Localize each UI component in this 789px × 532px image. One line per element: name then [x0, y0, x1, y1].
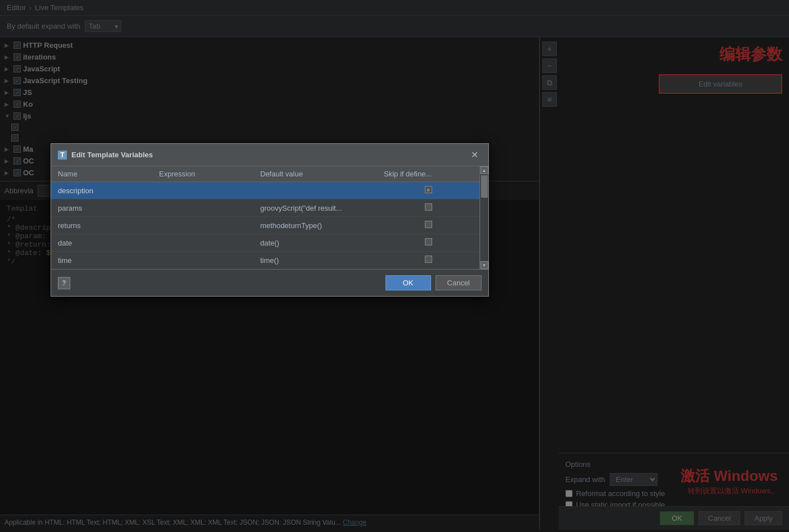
tree-arrow: ▶ [4, 66, 11, 72]
tree-item-ljs[interactable]: ▼ ✓ ljs [0, 110, 539, 122]
expand-with-label: Expand with [565, 475, 605, 484]
right-icons: + − ⧉ ≡ [539, 37, 559, 530]
tree-arrow: ▶ [4, 170, 11, 176]
tree-item-http-request[interactable]: ▶ ✓ HTTP Request [0, 39, 539, 51]
row-default: groovyScript("def result... [253, 199, 377, 217]
modal-help-button[interactable]: ? [58, 277, 70, 289]
modal-title-text: Edit Template Variables [71, 151, 153, 159]
modal-table-wrapper: Name Expression Default value Skip if de… [51, 166, 488, 269]
breadcrumb-part1: Editor [7, 3, 26, 12]
modal-ok-button[interactable]: OK [386, 275, 431, 290]
tree-item-javascript-testing[interactable]: ▶ ✓ JavaScript Testing [0, 75, 539, 87]
reformat-checkbox[interactable] [565, 490, 573, 497]
row-skip[interactable] [377, 252, 479, 269]
modal-table: Name Expression Default value Skip if de… [51, 166, 479, 269]
expand-dropdown-wrapper[interactable]: Tab Enter Space ▼ [85, 20, 121, 32]
tree-item-iterations[interactable]: ▶ ✓ iterations [0, 51, 539, 63]
skip-checkbox-params[interactable] [425, 203, 432, 211]
tree-checkbox[interactable]: ✓ [13, 157, 21, 165]
edit-variables-button[interactable]: Edit variables [659, 74, 782, 94]
skip-checkbox-description[interactable] [425, 186, 432, 193]
tree-checkbox[interactable]: ✓ [13, 112, 21, 120]
tree-checkbox[interactable]: ✓ [13, 42, 21, 49]
expression-input[interactable] [159, 187, 247, 195]
tree-arrow: ▶ [4, 42, 11, 48]
applicable-change-link[interactable]: Change [343, 519, 366, 526]
windows-watermark-line2: 转到设置以激活 Windows。 [681, 486, 778, 496]
breadcrumb-part2: Live Templates [35, 3, 83, 12]
modal-footer: ? OK Cancel [51, 269, 488, 296]
windows-watermark-line1: 激活 Windows [681, 466, 778, 486]
tree-arrow: ▶ [4, 78, 11, 84]
tree-checkbox[interactable]: ✓ [13, 65, 21, 72]
scroll-thumb[interactable] [481, 175, 488, 198]
modal-title-bar: T Edit Template Variables ✕ [51, 144, 488, 166]
abbreviation-label: Abbrevia [4, 187, 33, 195]
tree-label: iterations [23, 53, 56, 61]
tree-checkbox[interactable]: ✓ [13, 53, 21, 61]
apply-button[interactable]: Apply [745, 511, 782, 525]
scroll-track [480, 174, 488, 261]
modal-icon: T [58, 151, 67, 160]
tree-label: OC [23, 157, 34, 165]
breadcrumb-separator: › [29, 3, 31, 12]
row-skip[interactable] [377, 217, 479, 234]
tree-item-javascript[interactable]: ▶ ✓ JavaScript [0, 63, 539, 75]
table-row-date[interactable]: date date() [51, 234, 479, 252]
table-row-description[interactable]: description [51, 182, 479, 199]
cancel-button[interactable]: Cancel [699, 511, 740, 525]
row-skip[interactable] [377, 234, 479, 252]
tree-checkbox[interactable]: ✓ [11, 124, 19, 131]
col-skip: Skip if define... [377, 166, 479, 182]
row-default: methodeturnType() [253, 217, 377, 234]
tree-checkbox[interactable]: ✓ [13, 77, 21, 84]
table-row-params[interactable]: params groovyScript("def result... [51, 199, 479, 217]
scroll-up-button[interactable]: ▲ [480, 166, 488, 174]
row-expression [152, 252, 253, 269]
skip-checkbox-date[interactable] [425, 238, 432, 245]
expand-with-select[interactable]: Enter Tab Space [610, 473, 658, 486]
row-expression [152, 199, 253, 217]
tree-arrow: ▶ [4, 89, 11, 96]
tree-checkbox[interactable]: ✓ [13, 89, 21, 96]
scroll-down-button[interactable]: ▼ [480, 261, 488, 269]
table-row-returns[interactable]: returns methodeturnType() [51, 217, 479, 234]
row-default: date() [253, 234, 377, 252]
tree-label: Ma [23, 145, 33, 153]
skip-checkbox-time[interactable] [425, 256, 432, 263]
tree-item-ko[interactable]: ▶ ✓ Ko [0, 98, 539, 110]
copy-button[interactable]: ⧉ [542, 75, 557, 90]
row-name: returns [51, 217, 152, 234]
row-expression[interactable] [152, 182, 253, 199]
modal-close-button[interactable]: ✕ [468, 148, 482, 161]
row-skip[interactable] [377, 199, 479, 217]
modal-buttons: OK Cancel [386, 275, 482, 290]
tree-checkbox[interactable]: ✓ [13, 145, 21, 153]
tree-arrow: ▶ [4, 158, 11, 164]
row-name: params [51, 199, 152, 217]
move-button[interactable]: ≡ [542, 92, 557, 107]
tree-checkbox[interactable]: ✓ [13, 101, 21, 108]
modal-cancel-button[interactable]: Cancel [436, 275, 482, 290]
tree-checkbox[interactable]: ✓ [13, 169, 21, 176]
tree-item-js[interactable]: ▶ ✓ JS [0, 87, 539, 98]
row-skip[interactable] [377, 182, 479, 199]
ok-button[interactable]: OK [660, 511, 694, 525]
reformat-label: Reformat according to style [576, 489, 665, 498]
tree-item-ljs-sub2[interactable]: ✓ [0, 133, 539, 143]
modal-edit-template-variables: T Edit Template Variables ✕ Name Express… [51, 143, 489, 297]
tree-checkbox[interactable]: ✓ [11, 134, 19, 142]
row-default: time() [253, 252, 377, 269]
modal-scrollbar[interactable]: ▲ ▼ [479, 166, 488, 269]
breadcrumb: Editor › Live Templates [0, 0, 789, 16]
tree-label: JS [23, 88, 32, 97]
tree-item-ljs-sub1[interactable]: ✓ [0, 122, 539, 133]
tree-label: OC [23, 169, 34, 177]
table-row-time[interactable]: time time() [51, 252, 479, 269]
skip-checkbox-returns[interactable] [425, 221, 432, 228]
expand-with-dropdown-wrapper[interactable]: Enter Tab Space ▼ [610, 473, 658, 486]
tree-label: Ko [23, 100, 33, 108]
remove-button[interactable]: − [542, 58, 557, 73]
expand-dropdown[interactable]: Tab Enter Space [85, 20, 121, 32]
add-button[interactable]: + [542, 42, 557, 56]
